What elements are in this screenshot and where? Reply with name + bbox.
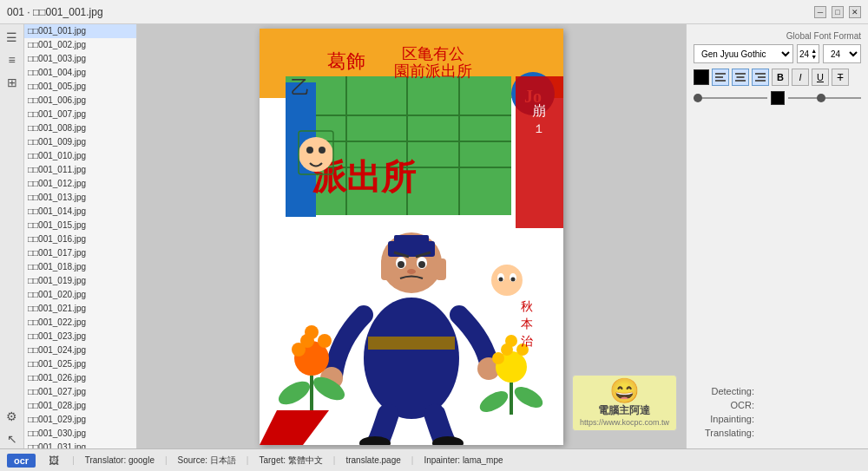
maximize-button[interactable]: □	[832, 6, 844, 18]
stroke-color-box[interactable]	[771, 91, 785, 105]
file-list-item[interactable]: □□001_022.jpg	[24, 316, 136, 330]
file-list-item[interactable]: □□001_016.jpg	[24, 232, 136, 246]
ocr-button[interactable]: ocr	[7, 454, 36, 468]
strikethrough-button[interactable]: T	[832, 69, 849, 86]
file-list-item[interactable]: □□001_005.jpg	[24, 80, 136, 94]
slider-2[interactable]	[788, 97, 862, 99]
svg-point-43	[318, 334, 332, 348]
align-center-button[interactable]	[732, 69, 749, 86]
slider-1-handle[interactable]	[694, 94, 702, 102]
font-size-down[interactable]: ▼	[811, 54, 817, 60]
file-list-item[interactable]: □□001_014.jpg	[24, 205, 136, 219]
file-list-item[interactable]: □□001_018.jpg	[24, 260, 136, 274]
detecting-row: Detecting:	[694, 386, 861, 396]
align-right-button[interactable]	[752, 69, 769, 86]
close-button[interactable]: ✕	[849, 6, 861, 18]
file-list-panel[interactable]: □□001_001.jpg□□001_002.jpg□□001_003.jpg□…	[24, 24, 137, 448]
align-left-button[interactable]	[712, 69, 729, 86]
file-list-item[interactable]: □□001_031.jpg	[24, 441, 136, 448]
svg-point-44	[305, 325, 319, 339]
svg-text:治: 治	[521, 335, 533, 348]
ocr-label: OCR:	[694, 400, 754, 410]
font-size-spinbox[interactable]: 24	[799, 49, 809, 59]
font-size-select[interactable]: 1214161820242832	[823, 44, 861, 63]
minimize-button[interactable]: ─	[814, 6, 826, 18]
window-title: 001 · □□001_001.jpg	[7, 6, 103, 18]
text-color-box[interactable]	[694, 69, 709, 85]
svg-point-33	[407, 269, 416, 274]
svg-point-45	[292, 343, 306, 357]
global-font-format-label: Global Font Format	[694, 31, 861, 41]
svg-text:秋: 秋	[521, 300, 533, 313]
ocr-row: OCR:	[694, 400, 861, 410]
translator-info: Translator: google	[85, 455, 155, 465]
svg-text:本: 本	[521, 317, 533, 330]
svg-point-52	[505, 335, 517, 347]
font-size-up[interactable]: ▲	[811, 48, 817, 54]
file-list-item[interactable]: □□001_015.jpg	[24, 219, 136, 232]
file-list-item[interactable]: □□001_007.jpg	[24, 108, 136, 121]
file-list-item[interactable]: □□001_027.jpg	[24, 385, 136, 399]
file-list-item[interactable]: □□001_017.jpg	[24, 246, 136, 260]
slider-1[interactable]	[694, 97, 767, 99]
file-list-item[interactable]: □□001_011.jpg	[24, 163, 136, 177]
svg-rect-20	[516, 76, 563, 228]
cursor-icon[interactable]: ↖	[3, 429, 22, 448]
svg-point-64	[511, 277, 516, 281]
svg-text:葛飾: 葛飾	[327, 50, 365, 72]
inpainter-info: Inpainter: lama_mpe	[424, 455, 503, 465]
image-icon[interactable]: 🖼	[46, 453, 62, 468]
list-view-icon[interactable]: ☰	[3, 28, 22, 47]
file-list-item[interactable]: □□001_002.jpg	[24, 38, 136, 52]
file-list-item[interactable]: □□001_008.jpg	[24, 121, 136, 135]
slider-row	[694, 91, 861, 105]
file-list-item[interactable]: □□001_010.jpg	[24, 149, 136, 163]
file-list-item[interactable]: □□001_003.jpg	[24, 52, 136, 66]
file-list-item[interactable]: □□001_009.jpg	[24, 135, 136, 149]
status-area: Detecting: OCR: Inpainting: Translating:	[694, 386, 861, 442]
bold-button[interactable]: B	[772, 69, 789, 86]
file-list-item[interactable]: □□001_012.jpg	[24, 177, 136, 191]
file-list-item[interactable]: □□001_021.jpg	[24, 302, 136, 316]
font-family-select[interactable]: Gen Jyuu GothicArialTimes New Roman	[694, 44, 793, 63]
file-list-item[interactable]: □□001_001.jpg	[24, 24, 136, 38]
svg-rect-69	[715, 76, 723, 78]
grid-view-icon[interactable]: ⊞	[3, 73, 22, 92]
underline-button[interactable]: U	[812, 69, 829, 86]
svg-point-29	[398, 261, 404, 268]
file-list-item[interactable]: □□001_029.jpg	[24, 413, 136, 427]
svg-point-23	[364, 298, 459, 419]
indent-icon[interactable]: ≡	[3, 50, 22, 69]
logo-face: 😄	[580, 379, 669, 403]
svg-point-16	[319, 147, 326, 154]
watermark-logo: 😄 電腦主阿達 https://www.kocpc.com.tw	[572, 375, 677, 431]
svg-text:１: １	[533, 122, 545, 135]
slider-2-handle[interactable]	[817, 94, 825, 102]
target-lang: Target: 繁體中文	[259, 455, 322, 467]
source-lang: Source: 日本語	[178, 455, 236, 467]
file-list-item[interactable]: □□001_024.jpg	[24, 343, 136, 357]
file-list-item[interactable]: □□001_006.jpg	[24, 94, 136, 108]
svg-rect-75	[758, 76, 766, 78]
italic-button[interactable]: I	[792, 69, 809, 86]
file-list-item[interactable]: □□001_019.jpg	[24, 274, 136, 288]
translating-label: Translating:	[694, 428, 754, 438]
gear-icon[interactable]: ⚙	[3, 407, 22, 426]
svg-rect-76	[755, 80, 766, 82]
file-list-item[interactable]: □□001_026.jpg	[24, 371, 136, 385]
file-list-item[interactable]: □□001_023.jpg	[24, 330, 136, 343]
file-list-item[interactable]: □□001_030.jpg	[24, 427, 136, 441]
logo-url: https://www.kocpc.com.tw	[580, 418, 669, 427]
file-list-item[interactable]: □□001_013.jpg	[24, 191, 136, 205]
file-list-item[interactable]: □□001_004.jpg	[24, 66, 136, 80]
detecting-label: Detecting:	[694, 386, 754, 396]
translating-row: Translating:	[694, 428, 861, 438]
file-list-item[interactable]: □□001_025.jpg	[24, 357, 136, 371]
center-content: 派出所 葛飾 区亀有公 園前派出所 Jo 崩 １	[137, 24, 686, 448]
svg-rect-34	[381, 258, 391, 280]
window-controls: ─ □ ✕	[814, 6, 861, 18]
file-list-item[interactable]: □□001_020.jpg	[24, 288, 136, 302]
file-list-item[interactable]: □□001_028.jpg	[24, 399, 136, 413]
svg-rect-38	[368, 337, 455, 350]
svg-text:崩: 崩	[532, 103, 546, 118]
